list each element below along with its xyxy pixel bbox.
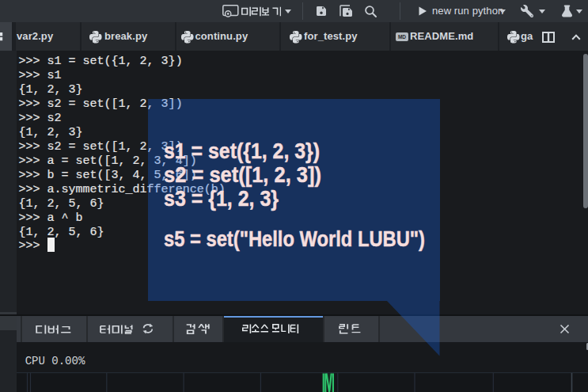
svg-text:MD: MD: [397, 34, 405, 40]
